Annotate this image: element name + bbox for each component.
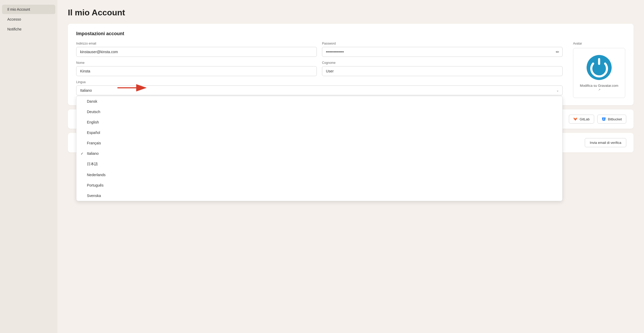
first-name-field[interactable] xyxy=(76,66,317,76)
lingua-label: Lingua xyxy=(76,80,563,84)
lang-label: Nederlands xyxy=(87,173,106,177)
lingua-select-wrapper: Italiano ⌄ Dansk Deutsch E xyxy=(76,85,563,95)
lang-english[interactable]: English xyxy=(76,117,562,127)
lang-label: English xyxy=(87,120,99,124)
sidebar-item-label: Notifiche xyxy=(7,27,21,31)
gitlab-label: GitLab xyxy=(580,117,589,121)
page-title: Il mio Account xyxy=(68,8,634,17)
bitbucket-icon xyxy=(602,117,606,121)
password-label: Password xyxy=(322,42,563,45)
sidebar-item-account[interactable]: Il mio Account xyxy=(2,5,55,14)
avatar-section: Avatar Modifica su Gravatar.com xyxy=(573,42,625,98)
form-fields: Indirizzo email Password ✏ Nome xyxy=(76,42,563,95)
bitbucket-button[interactable]: Bitbucket xyxy=(597,115,626,124)
lang-espanol[interactable]: Español xyxy=(76,127,562,138)
bitbucket-label: Bitbucket xyxy=(608,117,622,121)
last-name-label: Cognome xyxy=(322,61,563,65)
lang-label: Español xyxy=(87,131,100,135)
sidebar: Il mio Account Accesso Notifiche xyxy=(0,0,57,333)
first-name-group: Nome xyxy=(76,61,317,76)
account-settings-card: Impostazioni account Indirizzo email Pas… xyxy=(68,24,634,105)
lang-label: Dansk xyxy=(87,99,97,103)
email-field[interactable] xyxy=(76,47,317,57)
verify-email-button[interactable]: Invia email di verifica xyxy=(585,138,626,147)
lang-nederlands[interactable]: Nederlands xyxy=(76,170,562,180)
lang-label: 日本語 xyxy=(87,162,98,166)
edit-password-icon[interactable]: ✏ xyxy=(553,50,562,54)
lingua-select[interactable]: Italiano xyxy=(76,85,563,95)
sidebar-item-notifiche[interactable]: Notifiche xyxy=(2,24,55,34)
avatar-box: Modifica su Gravatar.com ↗ xyxy=(573,48,625,98)
gravatar-link-text: Modifica su Gravatar.com xyxy=(580,84,618,88)
main-content: Il mio Account Impostazioni account Indi… xyxy=(57,0,644,333)
email-label: Indirizzo email xyxy=(76,42,317,45)
sidebar-item-label: Il mio Account xyxy=(7,7,30,11)
sidebar-item-accesso[interactable]: Accesso xyxy=(2,15,55,24)
lingua-group: Lingua Italiano ⌄ Dansk Deutsch xyxy=(76,80,563,95)
last-name-group: Cognome xyxy=(322,61,563,76)
lang-svenska[interactable]: Svenska xyxy=(76,190,562,201)
email-password-row: Indirizzo email Password ✏ xyxy=(76,42,563,57)
check-icon: ✓ xyxy=(81,152,84,156)
card-title: Impostazioni account xyxy=(76,31,625,36)
avatar xyxy=(586,54,612,81)
language-dropdown: Dansk Deutsch English Español xyxy=(76,96,563,201)
svg-rect-1 xyxy=(598,58,600,65)
password-group: Password ✏ xyxy=(322,42,563,57)
password-field[interactable] xyxy=(322,47,553,57)
lang-italiano[interactable]: ✓ Italiano xyxy=(76,148,562,159)
external-link-icon: ↗ xyxy=(598,88,600,91)
lang-deutsch[interactable]: Deutsch xyxy=(76,107,562,117)
gravatar-link[interactable]: Modifica su Gravatar.com ↗ xyxy=(580,84,619,91)
form-layout: Indirizzo email Password ✏ Nome xyxy=(76,42,625,98)
name-row: Nome Cognome xyxy=(76,61,563,76)
gitlab-icon xyxy=(573,117,577,121)
first-name-label: Nome xyxy=(76,61,317,65)
avatar-label: Avatar xyxy=(573,42,582,45)
lang-francais[interactable]: Français xyxy=(76,138,562,148)
verify-button-label: Invia email di verifica xyxy=(590,141,621,145)
email-group: Indirizzo email xyxy=(76,42,317,57)
lang-label: Italiano xyxy=(87,151,99,156)
last-name-field[interactable] xyxy=(322,66,563,76)
red-arrow xyxy=(117,84,149,92)
gitlab-button[interactable]: GitLab xyxy=(569,115,594,124)
lang-japanese[interactable]: 日本語 xyxy=(76,159,562,170)
lang-label: Deutsch xyxy=(87,110,100,114)
password-wrapper: ✏ xyxy=(322,47,563,57)
lang-label: Português xyxy=(87,183,104,187)
lang-label: Français xyxy=(87,141,101,145)
lang-dansk[interactable]: Dansk xyxy=(76,96,562,107)
sidebar-item-label: Accesso xyxy=(7,17,21,21)
lang-label: Svenska xyxy=(87,194,101,198)
lang-portugues[interactable]: Português xyxy=(76,180,562,190)
